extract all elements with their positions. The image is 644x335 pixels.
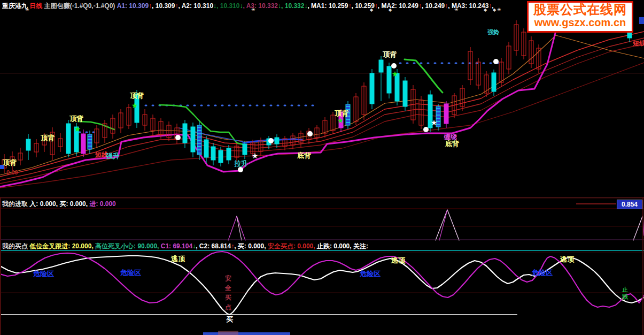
candle bbox=[370, 73, 374, 104]
candle bbox=[26, 139, 30, 150]
candle bbox=[243, 144, 247, 155]
candle bbox=[444, 104, 448, 124]
signal-triangle bbox=[633, 215, 643, 240]
maidian-segment: , 买: 0.000, bbox=[234, 242, 268, 250]
candle bbox=[379, 60, 383, 72]
chart-label-vertical: 跌 bbox=[622, 293, 629, 300]
signal-triangle bbox=[436, 210, 459, 240]
chart-label: 买 bbox=[226, 315, 233, 323]
maidian-segment: 止跌: 0.000, bbox=[317, 242, 353, 250]
slow-magenta-line bbox=[0, 252, 644, 307]
header-segment: , MA2: 10.249 bbox=[378, 2, 418, 10]
fast-white-line bbox=[0, 256, 644, 315]
chart-label: 底背 bbox=[297, 151, 312, 159]
signal-star: ★ bbox=[431, 118, 438, 127]
candle bbox=[183, 124, 187, 143]
panel-maidian-label-row: 我的买点 低位金叉跟进: 20.000, 高位死叉小心: 90.000, C1:… bbox=[2, 242, 641, 251]
trend-magenta-line bbox=[0, 14, 560, 187]
maidian-segment: 高位死叉小心: 90.000, bbox=[95, 242, 161, 250]
signal-triangle bbox=[228, 216, 245, 240]
chart-label: 底背 bbox=[445, 140, 460, 148]
chart-label: 顶背 bbox=[383, 50, 397, 58]
jinqu-segment: 买: 0.000, bbox=[59, 200, 89, 208]
header-segment: , MA3: 10.243 bbox=[448, 2, 488, 10]
header-segment: , MA1: 10.259 bbox=[307, 2, 348, 10]
white-dot-marker bbox=[268, 138, 274, 143]
white-dot-marker bbox=[238, 167, 243, 172]
header-segment: , 10.249 bbox=[422, 2, 445, 10]
signal-star: ★ bbox=[252, 151, 259, 160]
candle bbox=[275, 138, 279, 144]
header-segment: , 10.259 bbox=[351, 2, 374, 10]
white-dot-marker bbox=[307, 131, 313, 136]
chart-label: 逃顶 bbox=[170, 255, 185, 263]
maidian-segment: C1: 69.104 bbox=[161, 242, 192, 250]
marker-rect bbox=[639, 17, 644, 24]
header-segment: , bbox=[492, 2, 493, 10]
chart-label-vertical: 全 bbox=[224, 284, 231, 292]
chart-label-vertical: 点 bbox=[225, 303, 231, 311]
panel-jinqu-label-row: 我的进取 入: 0.000, 买: 0.000, 进: 0.000 bbox=[2, 200, 611, 209]
candle bbox=[403, 81, 407, 106]
candle bbox=[492, 73, 496, 92]
chart-label: 顶背 bbox=[69, 115, 84, 123]
chart-label-vertical: 安 bbox=[225, 275, 231, 282]
candle bbox=[227, 148, 231, 160]
white-dot-marker bbox=[175, 135, 181, 140]
candle bbox=[191, 127, 195, 152]
bottom-strip bbox=[203, 332, 290, 335]
chart-label-vertical: 买 bbox=[225, 294, 231, 301]
green-3-line bbox=[405, 59, 443, 93]
maidian-segment: 低位金叉跟进: 20.000, bbox=[29, 242, 95, 250]
chart-label: 危险区 bbox=[33, 270, 54, 278]
chart-label: 顶背 bbox=[41, 134, 55, 142]
signal-star: ★ bbox=[392, 70, 399, 78]
header-segment: , 10.309 bbox=[152, 2, 175, 10]
signal-star: ★ bbox=[337, 116, 344, 125]
chart-label-vertical: 止 bbox=[622, 286, 628, 293]
signal-star: ★ bbox=[74, 125, 81, 133]
white-dot-marker bbox=[493, 59, 499, 64]
header-segment: , 10.332 bbox=[281, 2, 304, 10]
candle bbox=[66, 124, 71, 154]
header-segment: 日线 bbox=[28, 2, 44, 10]
chart-label: 强升 bbox=[105, 152, 120, 160]
jinqu-segment: 进: 0.000 bbox=[89, 200, 115, 208]
chart-label: 顶背 bbox=[335, 109, 349, 117]
candle bbox=[219, 150, 223, 163]
chart-label: 短线 bbox=[632, 40, 644, 47]
chart-label: 0.00 bbox=[6, 169, 18, 176]
chart-label: 拉升 bbox=[234, 159, 248, 168]
jinqu-segment: 入: 0.000, bbox=[29, 200, 59, 208]
chart-label: 危险区 bbox=[531, 269, 553, 277]
header-segment: 重庆港九 bbox=[2, 2, 28, 10]
candle bbox=[81, 134, 86, 154]
chart-label: 顶背 bbox=[3, 158, 17, 166]
ad-title: 股票公式在线网 bbox=[529, 3, 632, 17]
candle bbox=[211, 147, 215, 160]
header-segment: , A3: 10.332 bbox=[243, 2, 278, 10]
jinqu-segment: 我的进取 bbox=[2, 200, 29, 208]
ad-banner[interactable]: 股票公式在线网 www.gszx.com.cn bbox=[527, 1, 633, 33]
chart-label: 逃顶 bbox=[560, 255, 575, 263]
candle bbox=[387, 66, 391, 93]
header-segment: A1: 10.309 bbox=[117, 2, 149, 10]
chart-label: 危险区 bbox=[120, 269, 141, 277]
chart-label: 危险区 bbox=[359, 270, 381, 278]
maidian-segment: 关注: bbox=[353, 242, 368, 250]
signal-triangle-edge bbox=[439, 210, 447, 240]
maidian-segment: 安全买点: 0.000, bbox=[268, 242, 317, 250]
header-segment: , A2: 10.310 bbox=[178, 2, 213, 10]
header-segment: 主图包赚(-1.#Q0,-1.#Q0) bbox=[44, 2, 117, 10]
maidian-segment: 我的买点 bbox=[2, 242, 29, 250]
jinqu-value-box: 0.854 bbox=[617, 200, 642, 209]
header-segment: , 10.310 bbox=[216, 2, 239, 10]
candlestick-chart[interactable]: ★★★★★★顶背0.00顶背顶背短线强升顶背拉升底背顶背顶背缠绕底背强势短线✳✳… bbox=[0, 0, 644, 335]
white-dot-marker bbox=[423, 127, 429, 132]
chart-label: 顶背 bbox=[130, 92, 144, 100]
candle bbox=[204, 140, 208, 157]
ad-url: www.gszx.com.cn bbox=[529, 17, 632, 28]
signal-star: ★ bbox=[131, 101, 138, 110]
trading-app-window: ★★★★★★顶背0.00顶背顶背短线强升顶背拉升底背顶背顶背缠绕底背强势短线✳✳… bbox=[0, 0, 644, 335]
chart-label: 逃顶 bbox=[391, 256, 406, 264]
